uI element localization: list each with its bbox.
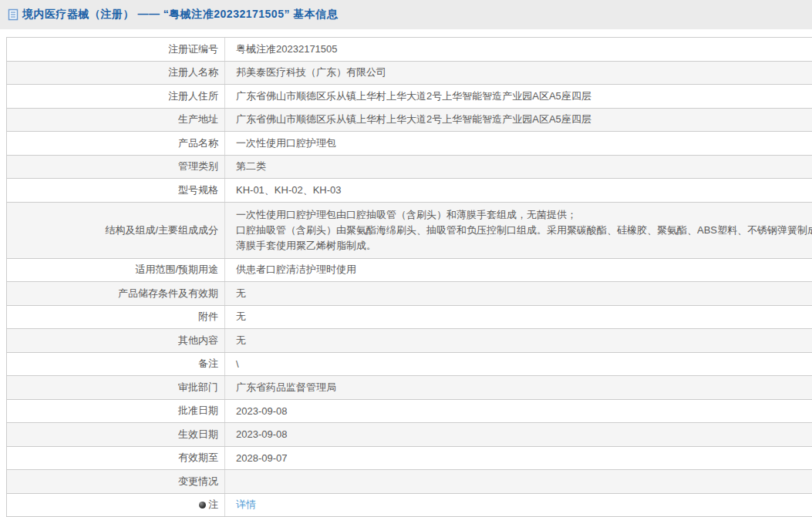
row-label: 变更情况	[7, 470, 225, 493]
row-label: 注册人住所	[7, 85, 225, 108]
row-label-text: 注	[208, 498, 218, 512]
table-row: 注册证编号 粤械注准20232171505	[7, 38, 812, 62]
row-value	[225, 470, 812, 493]
row-label: 注	[7, 494, 225, 517]
table-row: 注册人名称 邦美泰医疗科技（广东）有限公司	[7, 62, 812, 86]
row-label: 注册证编号	[7, 38, 225, 61]
table-row: 其他内容 无	[7, 329, 812, 353]
table-row: 备注 \	[7, 353, 812, 377]
row-value: 2023-09-08	[225, 423, 812, 446]
row-label: 产品名称	[7, 132, 225, 155]
row-value: 供患者口腔清洁护理时使用	[225, 259, 812, 282]
table-row: 结构及组成/主要组成成分 一次性使用口腔护理包由口腔抽吸管（含刷头）和薄膜手套组…	[7, 203, 812, 259]
table-row: 注 详情	[7, 494, 812, 517]
row-label: 生产地址	[7, 109, 225, 132]
table-row: 型号规格 KH-01、KH-02、KH-03	[7, 179, 812, 203]
table-row: 生效日期 2023-09-08	[7, 423, 812, 447]
row-value: 邦美泰医疗科技（广东）有限公司	[225, 62, 812, 85]
row-label: 其他内容	[7, 329, 225, 352]
row-value: 广东省佛山市顺德区乐从镇上华村上华大道2号上华智能智造产业园A区A5座四层	[225, 109, 812, 132]
row-label: 批准日期	[7, 400, 225, 423]
row-value: KH-01、KH-02、KH-03	[225, 179, 812, 202]
composition-line: 薄膜手套使用聚乙烯树脂制成。	[236, 238, 376, 253]
composition-line: 一次性使用口腔护理包由口腔抽吸管（含刷头）和薄膜手套组成，无菌提供；	[236, 207, 577, 223]
table-row: 有效期至 2028-09-07	[7, 447, 812, 471]
document-icon	[8, 8, 19, 21]
table-row: 附件 无	[7, 306, 812, 330]
row-label: 备注	[7, 353, 225, 376]
row-value: 无	[225, 329, 812, 352]
row-value: 无	[225, 306, 812, 329]
table-row: 变更情况	[7, 470, 812, 494]
table-row: 注册人住所 广东省佛山市顺德区乐从镇上华村上华大道2号上华智能智造产业园A区A5…	[7, 85, 812, 109]
note-icon	[199, 502, 206, 509]
row-label: 结构及组成/主要组成成分	[7, 203, 225, 258]
row-value: 2023-09-08	[225, 400, 812, 423]
row-label: 生效日期	[7, 423, 225, 446]
table-row: 批准日期 2023-09-08	[7, 400, 812, 424]
page-title: 境内医疗器械（注册） —— “粤械注准20232171505” 基本信息	[22, 8, 338, 22]
table-row: 产品储存条件及有效期 无	[7, 282, 812, 306]
row-value: \	[225, 353, 812, 376]
row-label: 适用范围/预期用途	[7, 259, 225, 282]
row-value: 一次性使用口腔护理包	[225, 132, 812, 155]
table-row: 产品名称 一次性使用口腔护理包	[7, 132, 812, 156]
row-value: 一次性使用口腔护理包由口腔抽吸管（含刷头）和薄膜手套组成，无菌提供； 口腔抽吸管…	[225, 203, 812, 258]
table-row: 生产地址 广东省佛山市顺德区乐从镇上华村上华大道2号上华智能智造产业园A区A5座…	[7, 109, 812, 133]
row-label: 注册人名称	[7, 62, 225, 85]
row-value: 详情	[225, 494, 812, 517]
row-value: 粤械注准20232171505	[225, 38, 812, 61]
row-value: 2028-09-07	[225, 447, 812, 470]
page-header: 境内医疗器械（注册） —— “粤械注准20232171505” 基本信息	[0, 0, 812, 29]
row-value: 无	[225, 282, 812, 305]
details-link[interactable]: 详情	[236, 498, 256, 512]
table-row: 审批部门 广东省药品监督管理局	[7, 376, 812, 400]
row-label: 管理类别	[7, 156, 225, 179]
row-label: 审批部门	[7, 376, 225, 399]
composition-line: 口腔抽吸管（含刷头）由聚氨酯海绵刷头、抽吸管和负压控制口组成。采用聚碳酸酯、硅橡…	[236, 223, 812, 238]
table-row: 管理类别 第二类	[7, 156, 812, 180]
row-label: 有效期至	[7, 447, 225, 470]
table-row: 适用范围/预期用途 供患者口腔清洁护理时使用	[7, 259, 812, 283]
row-label: 产品储存条件及有效期	[7, 282, 225, 305]
row-value: 第二类	[225, 156, 812, 179]
row-label: 型号规格	[7, 179, 225, 202]
row-value: 广东省佛山市顺德区乐从镇上华村上华大道2号上华智能智造产业园A区A5座四层	[225, 85, 812, 108]
row-label: 附件	[7, 306, 225, 329]
registration-info-table: 注册证编号 粤械注准20232171505 注册人名称 邦美泰医疗科技（广东）有…	[6, 37, 812, 517]
row-value: 广东省药品监督管理局	[225, 376, 812, 399]
